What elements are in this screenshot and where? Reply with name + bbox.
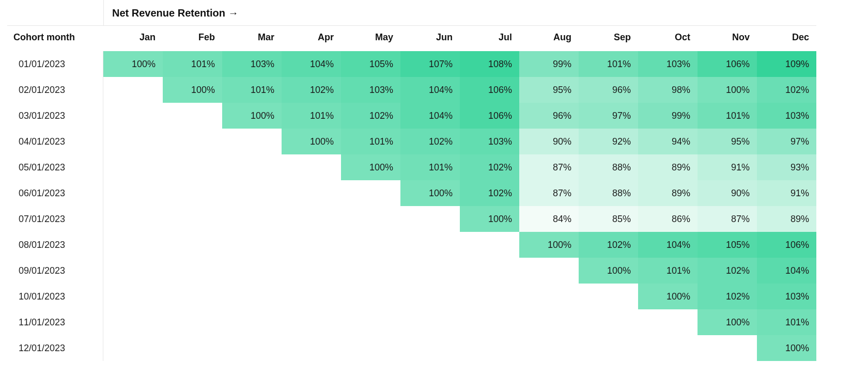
- heatmap-cell: [282, 258, 341, 284]
- cohort-label: 05/01/2023: [7, 154, 103, 180]
- heatmap-cell: 101%: [163, 51, 222, 77]
- heatmap-cell: 90%: [519, 129, 579, 154]
- cell-value: 101%: [667, 265, 690, 276]
- cell-value: 102%: [488, 188, 512, 199]
- heatmap-cell: [579, 335, 638, 361]
- heatmap-cell: 104%: [638, 232, 698, 258]
- cell-value: 101%: [726, 111, 750, 121]
- heatmap-cell: 89%: [638, 154, 698, 180]
- heatmap-cell: 85%: [579, 206, 638, 232]
- column-header: Mar: [222, 26, 282, 51]
- heatmap-cell: [163, 129, 222, 154]
- cell-value: 104%: [429, 85, 453, 96]
- heatmap-cell: [282, 180, 341, 206]
- cell-value: 91%: [791, 188, 809, 199]
- heatmap-cell: 95%: [698, 129, 757, 154]
- heatmap-cell: 108%: [460, 51, 519, 77]
- heatmap-cell: 100%: [222, 103, 282, 129]
- table-row: 04/01/2023100%101%102%103%90%92%94%95%97…: [7, 129, 861, 154]
- cell-value: 102%: [726, 291, 750, 302]
- heatmap-cell: 101%: [638, 258, 698, 284]
- heatmap-cell: 106%: [460, 103, 519, 129]
- heatmap-cell: [282, 284, 341, 309]
- heatmap-cell: [222, 206, 282, 232]
- heatmap-cell: [519, 258, 579, 284]
- heatmap-cell: 87%: [698, 206, 757, 232]
- heatmap-cell: [103, 206, 163, 232]
- cohort-label: 07/01/2023: [7, 206, 103, 232]
- cohort-label: 12/01/2023: [7, 335, 103, 361]
- cell-value: 90%: [553, 136, 571, 147]
- heatmap-cell: [460, 335, 519, 361]
- heatmap-cell: [163, 309, 222, 335]
- cell-value: 91%: [731, 162, 750, 173]
- cell-value: 102%: [369, 111, 393, 121]
- heatmap-cell: 96%: [519, 103, 579, 129]
- heatmap-cell: 99%: [519, 51, 579, 77]
- table-row: 01/01/2023100%101%103%104%105%107%108%99…: [7, 51, 861, 77]
- heatmap-cell: [163, 232, 222, 258]
- cell-value: 88%: [612, 188, 631, 199]
- heatmap-cell: 101%: [282, 103, 341, 129]
- chart-title: Net Revenue Retention →: [103, 0, 816, 26]
- table-row: 08/01/2023100%102%104%105%106%: [7, 232, 861, 258]
- heatmap-cell: [400, 284, 460, 309]
- table-row: 05/01/2023100%101%102%87%88%89%91%93%: [7, 154, 861, 180]
- heatmap-cell: 106%: [757, 232, 816, 258]
- cell-value: 87%: [553, 188, 571, 199]
- cell-value: 95%: [731, 136, 750, 147]
- heatmap-cell: 100%: [757, 335, 816, 361]
- heatmap-cell: 90%: [698, 180, 757, 206]
- heatmap-cell: 96%: [579, 77, 638, 103]
- column-header: Oct: [638, 26, 698, 51]
- heatmap-cell: [519, 284, 579, 309]
- heatmap-cell: 97%: [579, 103, 638, 129]
- cell-value: 90%: [731, 188, 750, 199]
- heatmap-cell: 89%: [638, 180, 698, 206]
- heatmap-cell: 101%: [579, 51, 638, 77]
- heatmap-cell: 102%: [341, 103, 400, 129]
- heatmap-cell: 100%: [103, 51, 163, 77]
- cell-value: 100%: [726, 317, 750, 328]
- column-header: Aug: [519, 26, 579, 51]
- table-row: 11/01/2023100%101%: [7, 309, 861, 335]
- cell-value: 104%: [310, 59, 334, 70]
- heatmap-cell: 103%: [460, 129, 519, 154]
- cell-value: 100%: [548, 240, 571, 250]
- cell-value: 109%: [785, 59, 809, 70]
- cell-value: 106%: [785, 240, 809, 250]
- heatmap-cell: 91%: [698, 154, 757, 180]
- cell-value: 92%: [612, 136, 631, 147]
- cell-value: 104%: [785, 265, 809, 276]
- cohort-label: 02/01/2023: [7, 77, 103, 103]
- heatmap-cell: [282, 154, 341, 180]
- cell-value: 102%: [726, 265, 750, 276]
- table-row: 10/01/2023100%102%103%: [7, 284, 861, 309]
- cell-value: 100%: [607, 265, 631, 276]
- heatmap-cell: [222, 129, 282, 154]
- cell-value: 99%: [553, 59, 571, 70]
- table-row: 02/01/2023100%101%102%103%104%106%95%96%…: [7, 77, 861, 103]
- heatmap-cell: [341, 309, 400, 335]
- cohort-label: 09/01/2023: [7, 258, 103, 284]
- cell-value: 101%: [607, 59, 631, 70]
- cell-value: 89%: [791, 214, 809, 225]
- cohort-label: 03/01/2023: [7, 103, 103, 129]
- heatmap-cell: [282, 335, 341, 361]
- cell-value: 104%: [429, 111, 453, 121]
- heatmap-cell: [163, 103, 222, 129]
- table-row: 09/01/2023100%101%102%104%: [7, 258, 861, 284]
- chart-header: Net Revenue Retention →: [7, 0, 861, 26]
- heatmap-cell: [163, 180, 222, 206]
- heatmap-cell: [103, 77, 163, 103]
- cell-value: 108%: [488, 59, 512, 70]
- cohort-label: 08/01/2023: [7, 232, 103, 258]
- cell-value: 100%: [429, 188, 453, 199]
- heatmap-cell: 87%: [519, 180, 579, 206]
- cell-value: 86%: [672, 214, 690, 225]
- heatmap-cell: [222, 232, 282, 258]
- heatmap-cell: 107%: [400, 51, 460, 77]
- heatmap-cell: 100%: [638, 284, 698, 309]
- cell-value: 102%: [607, 240, 631, 250]
- heatmap-cell: [579, 309, 638, 335]
